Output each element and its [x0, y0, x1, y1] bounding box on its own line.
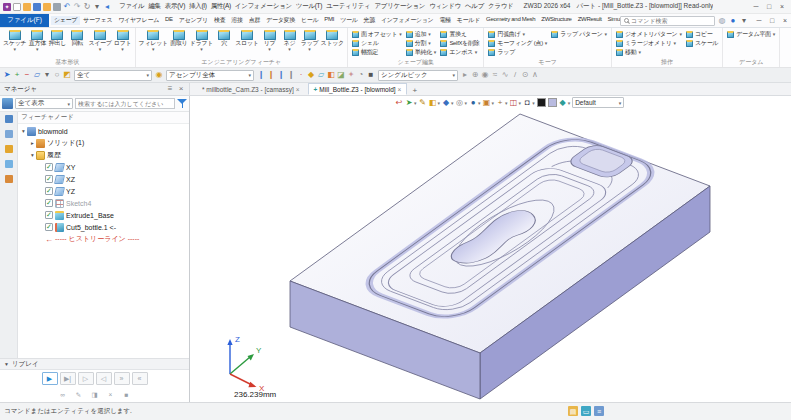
- ribbon-tab[interactable]: 溶接: [228, 16, 245, 25]
- redo-icon[interactable]: ↷: [73, 2, 81, 11]
- shade-cube-icon[interactable]: ◧: [429, 98, 437, 107]
- ribbon-button[interactable]: ストック: [320, 29, 345, 58]
- save-icon[interactable]: [33, 3, 41, 11]
- ribbon-button[interactable]: ラップ▾: [300, 29, 320, 58]
- appearance-cube-icon[interactable]: ◆: [559, 98, 567, 107]
- blowmold-model[interactable]: [190, 96, 791, 402]
- view-preset-dropdown[interactable]: Default▾: [572, 97, 624, 108]
- app-logo[interactable]: ✦: [3, 3, 11, 11]
- axis-display-icon[interactable]: +: [496, 98, 504, 107]
- panel-close-icon[interactable]: ×: [177, 85, 185, 94]
- edge-color-swatch[interactable]: [537, 98, 546, 107]
- menu-item[interactable]: インフォメーション: [233, 2, 294, 11]
- ribbon-button[interactable]: コピー: [686, 30, 718, 38]
- menu-item[interactable]: 挿入(I): [187, 2, 209, 11]
- ribbon-tab[interactable]: アセンブリ: [176, 16, 211, 25]
- tab-close-icon[interactable]: ×: [398, 86, 402, 93]
- ribbon-tab[interactable]: ツール: [337, 16, 360, 25]
- ribbon-tab[interactable]: シェープ: [51, 16, 80, 25]
- menu-item[interactable]: ヘルプ: [463, 2, 486, 11]
- replay-fast-forward-button[interactable]: »: [114, 372, 130, 385]
- panel-menu-icon[interactable]: ≡: [166, 85, 174, 94]
- ribbon-tab[interactable]: PMI: [321, 16, 337, 25]
- ribbon-button[interactable]: シェル: [352, 39, 402, 47]
- replay-rewind-button[interactable]: «: [132, 372, 148, 385]
- pick-cursor-icon[interactable]: ➤: [3, 71, 11, 80]
- message-log-icon[interactable]: ≡: [594, 406, 604, 416]
- menu-item[interactable]: ファイル: [117, 2, 146, 11]
- chevron-down-icon[interactable]: ▾: [478, 100, 481, 106]
- replay-delete-button[interactable]: ×: [104, 389, 118, 400]
- qat-collapse-icon[interactable]: ◂: [103, 2, 111, 11]
- snap-angle-icon[interactable]: ∧: [531, 71, 539, 80]
- pick-component-icon[interactable]: ◧: [327, 71, 335, 80]
- visibility-checkbox[interactable]: ✓: [45, 211, 53, 219]
- tree-item[interactable]: ▾履歴: [18, 149, 189, 161]
- menu-item[interactable]: 表示(V): [163, 2, 187, 11]
- chevron-down-icon[interactable]: ▾: [532, 100, 535, 106]
- sketch-edit-icon[interactable]: ✎: [419, 98, 427, 107]
- tree-item[interactable]: ▾blowmold: [18, 125, 189, 137]
- pick-mode-dropdown[interactable]: シングルピック▾: [378, 70, 458, 81]
- show-filter-dropdown[interactable]: 全て表示▾: [15, 98, 73, 109]
- chevron-down-icon[interactable]: ▾: [505, 100, 508, 106]
- viewport[interactable]: ↩➤▾✎◧▾◆▾◎▾●▾▣▾+▾◫▾◘▾◆▾Default▾: [190, 96, 791, 402]
- minimize-button[interactable]: ─: [750, 1, 762, 12]
- pick-curve-icon[interactable]: ❙: [287, 71, 295, 80]
- pick-body-icon[interactable]: ◪: [337, 71, 345, 80]
- tree-item[interactable]: ✓Sketch4: [18, 197, 189, 209]
- ribbon-button[interactable]: ロフト▾: [113, 29, 133, 58]
- tree-item[interactable]: ←----- ヒストリーライン -----: [18, 233, 189, 245]
- menu-item[interactable]: ツール(T): [294, 2, 324, 11]
- tree-item[interactable]: ✓Extrude1_Base: [18, 209, 189, 221]
- ribbon-button[interactable]: 回転: [67, 29, 87, 58]
- user-icon[interactable]: ●: [729, 16, 737, 25]
- regen-icon[interactable]: ↻: [83, 2, 91, 11]
- rotate-view-icon[interactable]: ◎: [456, 98, 464, 107]
- ribbon-button[interactable]: データム平面▾: [727, 30, 775, 38]
- ribbon-tab[interactable]: モールド: [454, 16, 483, 25]
- tree-item[interactable]: ✓XZ: [18, 173, 189, 185]
- visibility-checkbox[interactable]: ✓: [45, 187, 53, 195]
- menu-item[interactable]: ユーティリティ: [324, 2, 372, 11]
- manager-tab-history[interactable]: [5, 115, 13, 123]
- ribbon-button[interactable]: 分割▾: [406, 39, 437, 47]
- pick-edge-icon[interactable]: ❙: [267, 71, 275, 80]
- ribbon-button[interactable]: 円弧曲げ▾: [488, 30, 547, 38]
- section-view-icon[interactable]: ◫: [510, 98, 518, 107]
- visibility-checkbox[interactable]: ✓: [45, 223, 53, 231]
- snap-spline-icon[interactable]: ∿: [501, 71, 509, 80]
- snap-line-icon[interactable]: /: [511, 71, 519, 80]
- menu-item[interactable]: クラウド: [486, 2, 515, 11]
- view-orient-icon[interactable]: ◆: [442, 98, 450, 107]
- ribbon-tab[interactable]: Simulation: [605, 16, 620, 25]
- units-icon[interactable]: ▤: [568, 406, 578, 416]
- pick-vertex-icon[interactable]: ❙: [277, 71, 285, 80]
- pick-sketch-icon[interactable]: ◆: [307, 71, 315, 80]
- ribbon-button[interactable]: 穴: [214, 29, 234, 58]
- expander-icon[interactable]: ▾: [29, 152, 36, 158]
- ribbon-tab[interactable]: データ変換: [263, 16, 298, 25]
- new-file-icon[interactable]: [13, 3, 21, 11]
- chevron-down-icon[interactable]: ▾: [414, 100, 417, 106]
- replay-step-forward-button[interactable]: ▷: [78, 372, 94, 385]
- ribbon-tab[interactable]: 電極: [436, 16, 453, 25]
- ribbon-button[interactable]: 単純化▾: [406, 48, 437, 56]
- tree-item[interactable]: ✓Cut5_bottle.1 <-: [18, 221, 189, 233]
- entity-filter-dropdown[interactable]: 全て▾: [74, 70, 152, 81]
- open-folder-icon[interactable]: [23, 3, 31, 11]
- ribbon-button[interactable]: ドラフト▾: [189, 29, 214, 58]
- expander-icon[interactable]: ▸: [29, 140, 36, 146]
- display-style-icon[interactable]: ◘: [523, 98, 531, 107]
- visibility-checkbox[interactable]: ✓: [45, 175, 53, 183]
- ribbon-button[interactable]: 直方体▾: [27, 29, 47, 58]
- ribbon-tab[interactable]: ZWResult: [575, 16, 605, 25]
- pick-tool-icon[interactable]: ➤: [405, 98, 413, 107]
- ribbon-tab[interactable]: インフォメーション: [378, 16, 436, 25]
- ribbon-tab[interactable]: サーフェス: [80, 16, 115, 25]
- ribbon-tab[interactable]: ヒール: [298, 16, 321, 25]
- assembly-scope-icon[interactable]: ◉: [155, 71, 163, 80]
- doc-minimize-button[interactable]: ─: [753, 15, 765, 26]
- remove-select-icon[interactable]: −: [23, 71, 31, 80]
- qat-dropdown-icon[interactable]: ▾: [93, 2, 101, 11]
